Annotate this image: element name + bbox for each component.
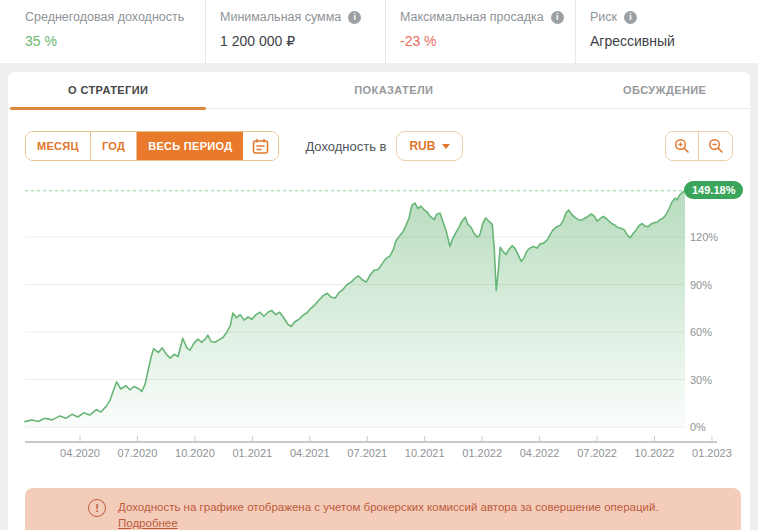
zoom-out-icon [708,138,724,154]
period-button-group: МЕСЯЦ ГОД ВЕСЬ ПЕРИОД [25,131,279,161]
performance-chart-svg: 0%30%60%90%120%04.202007.202010.202001.2… [8,165,750,465]
svg-text:120%: 120% [690,231,718,243]
stat-min-sum: Минимальная суммаi 1 200 000 ₽ [205,0,385,63]
strategy-page: Среднегодовая доходность 35 % Минимальна… [0,0,758,530]
zoom-out-button[interactable] [699,132,732,160]
tab-discussion[interactable]: ОБСУЖДЕНИЕ [579,72,750,108]
caret-down-icon [442,144,450,149]
period-all-button[interactable]: ВЕСЬ ПЕРИОД [137,132,243,160]
svg-text:60%: 60% [690,326,712,338]
chart-controls: МЕСЯЦ ГОД ВЕСЬ ПЕРИОД Доходность в RUB [25,131,733,161]
stat-label: Риск [590,10,617,24]
performance-chart[interactable]: 0%30%60%90%120%04.202007.202010.202001.2… [8,165,750,465]
stat-value-risk: Агрессивный [590,33,758,49]
svg-text:07.2021: 07.2021 [347,447,387,459]
tab-indicators[interactable]: ПОКАЗАТЕЛИ [208,72,579,108]
svg-text:04.2022: 04.2022 [520,447,560,459]
info-icon[interactable]: i [551,11,564,24]
current-return-badge: 149.18% [684,181,743,199]
svg-text:07.2020: 07.2020 [118,447,158,459]
tab-about-strategy[interactable]: О СТРАТЕГИИ [8,72,208,108]
info-icon[interactable]: i [348,11,361,24]
svg-text:07.2022: 07.2022 [577,447,617,459]
disclaimer-more-link[interactable]: Подробнее [118,517,178,529]
calendar-button[interactable] [243,132,278,160]
info-icon[interactable]: i [624,11,637,24]
stat-value-max-drawdown: -23 % [400,33,575,49]
svg-text:0%: 0% [690,421,706,433]
exclamation-icon: ! [88,499,106,517]
stat-risk: Рискi Агрессивный [575,0,758,63]
svg-text:04.2020: 04.2020 [60,447,100,459]
stat-value-min-sum: 1 200 000 ₽ [220,33,385,49]
svg-text:10.2021: 10.2021 [405,447,445,459]
currency-value: RUB [409,139,435,153]
svg-text:01.2022: 01.2022 [462,447,502,459]
zoom-in-icon [674,138,690,154]
calendar-icon [252,138,269,155]
svg-text:04.2021: 04.2021 [290,447,330,459]
svg-text:10.2020: 10.2020 [175,447,215,459]
stat-label: Максимальная просадка [400,10,544,24]
stat-value-annual-return: 35 % [25,33,205,49]
svg-text:90%: 90% [690,279,712,291]
commission-disclaimer-banner: ! Доходность на графике отображена с уче… [25,488,741,530]
strategy-card: О СТРАТЕГИИ ПОКАЗАТЕЛИ ОБСУЖДЕНИЕ МЕСЯЦ … [8,72,750,530]
stat-label: Среднегодовая доходность [25,10,184,24]
zoom-button-group [665,131,733,161]
stat-max-drawdown: Максимальная просадкаi -23 % [385,0,575,63]
disclaimer-text: Доходность на графике отображена с учето… [118,501,659,513]
svg-text:01.2023: 01.2023 [692,447,732,459]
currency-select[interactable]: RUB [396,131,463,161]
svg-text:30%: 30% [690,374,712,386]
period-month-button[interactable]: МЕСЯЦ [26,132,91,160]
stats-header: Среднегодовая доходность 35 % Минимальна… [0,0,758,63]
tab-bar: О СТРАТЕГИИ ПОКАЗАТЕЛИ ОБСУЖДЕНИЕ [8,72,750,109]
zoom-in-button[interactable] [666,132,699,160]
stat-label: Минимальная сумма [220,10,341,24]
svg-text:10.2022: 10.2022 [635,447,675,459]
svg-text:01.2021: 01.2021 [232,447,272,459]
period-year-button[interactable]: ГОД [91,132,137,160]
stat-annual-return: Среднегодовая доходность 35 % [0,0,205,63]
currency-label: Доходность в [305,139,386,154]
